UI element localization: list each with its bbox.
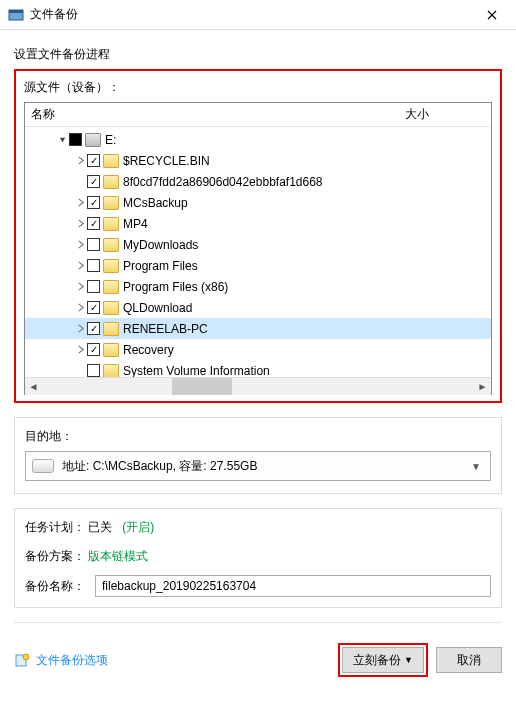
backup-button-label: 立刻备份 xyxy=(353,652,401,669)
tree-item-label: Program Files xyxy=(123,259,198,273)
tree-row[interactable]: Recovery xyxy=(25,339,491,360)
scroll-track[interactable] xyxy=(42,378,474,395)
column-size[interactable]: 大小 xyxy=(401,106,491,123)
caret-down-icon: ▼ xyxy=(404,655,413,665)
checkbox[interactable] xyxy=(87,238,100,251)
chevron-right-icon[interactable] xyxy=(73,343,87,357)
backup-name-label: 备份名称： xyxy=(25,578,95,595)
chevron-down-icon: ▼ xyxy=(468,461,484,472)
checkbox[interactable] xyxy=(87,280,100,293)
tree-row[interactable]: $RECYCLE.BIN xyxy=(25,150,491,171)
titlebar: 文件备份 xyxy=(0,0,516,30)
horizontal-scrollbar[interactable]: ◄ ► xyxy=(25,377,491,394)
tree-header: 名称 大小 xyxy=(25,103,491,127)
tree-root-row[interactable]: E: xyxy=(25,129,491,150)
folder-icon xyxy=(103,259,119,273)
tree-item-label: $RECYCLE.BIN xyxy=(123,154,210,168)
chevron-right-icon[interactable] xyxy=(73,196,87,210)
section-title: 设置文件备份进程 xyxy=(14,46,502,63)
tree-row[interactable]: QLDownload xyxy=(25,297,491,318)
scheme-row: 备份方案： 版本链模式 xyxy=(25,548,491,565)
folder-icon xyxy=(103,322,119,336)
chevron-right-icon[interactable] xyxy=(73,175,87,189)
tree-item-label: QLDownload xyxy=(123,301,192,315)
checkbox[interactable] xyxy=(87,364,100,377)
column-name[interactable]: 名称 xyxy=(25,106,401,123)
drive-icon xyxy=(85,133,101,147)
file-tree: 名称 大小 E: $RECYCLE.BIN8f0cd7fdd2a86906d04… xyxy=(24,102,492,395)
tree-item-label: MP4 xyxy=(123,217,148,231)
disk-icon xyxy=(32,459,54,473)
backup-options-link[interactable]: 文件备份选项 xyxy=(36,652,108,669)
destination-dropdown[interactable]: 地址: C:\MCsBackup, 容量: 27.55GB ▼ xyxy=(25,451,491,481)
scroll-right-arrow[interactable]: ► xyxy=(474,378,491,395)
tree-row[interactable]: Program Files xyxy=(25,255,491,276)
settings-group: 任务计划： 已关 (开启) 备份方案： 版本链模式 备份名称： xyxy=(14,508,502,608)
backup-now-button[interactable]: 立刻备份▼ xyxy=(342,647,424,673)
folder-icon xyxy=(103,343,119,357)
tree-row[interactable]: MP4 xyxy=(25,213,491,234)
scroll-left-arrow[interactable]: ◄ xyxy=(25,378,42,395)
scroll-thumb[interactable] xyxy=(172,378,232,395)
tree-item-label: System Volume Information xyxy=(123,364,270,378)
tree-item-label: MyDownloads xyxy=(123,238,198,252)
backup-button-highlight: 立刻备份▼ xyxy=(338,643,428,677)
chevron-right-icon[interactable] xyxy=(73,280,87,294)
tree-row[interactable]: Program Files (x86) xyxy=(25,276,491,297)
chevron-right-icon[interactable] xyxy=(73,154,87,168)
tree-item-label: RENEELAB-PC xyxy=(123,322,208,336)
schedule-row: 任务计划： 已关 (开启) xyxy=(25,519,491,536)
folder-icon xyxy=(103,196,119,210)
content-area: 设置文件备份进程 源文件（设备）： 名称 大小 E: $RECYCLE.BIN8… xyxy=(0,30,516,633)
tree-item-label: Recovery xyxy=(123,343,174,357)
chevron-right-icon[interactable] xyxy=(73,301,87,315)
folder-icon xyxy=(103,364,119,378)
destination-group: 目的地： 地址: C:\MCsBackup, 容量: 27.55GB ▼ xyxy=(14,417,502,494)
scheme-value-link[interactable]: 版本链模式 xyxy=(88,549,148,563)
source-label: 源文件（设备）： xyxy=(24,79,492,96)
backup-name-input[interactable] xyxy=(95,575,491,597)
checkbox[interactable] xyxy=(87,322,100,335)
chevron-right-icon[interactable] xyxy=(73,217,87,231)
backup-name-row: 备份名称： xyxy=(25,575,491,597)
source-highlight-box: 源文件（设备）： 名称 大小 E: $RECYCLE.BIN8f0cd7fdd2… xyxy=(14,69,502,403)
tree-row[interactable]: MCsBackup xyxy=(25,192,491,213)
chevron-right-icon[interactable] xyxy=(73,322,87,336)
checkbox[interactable] xyxy=(87,259,100,272)
window-title: 文件备份 xyxy=(30,6,472,23)
tree-root-label: E: xyxy=(105,133,116,147)
tree-body[interactable]: E: $RECYCLE.BIN8f0cd7fdd2a86906d042ebbbf… xyxy=(25,127,491,377)
folder-icon xyxy=(103,175,119,189)
folder-icon xyxy=(103,217,119,231)
checkbox[interactable] xyxy=(87,196,100,209)
folder-icon xyxy=(103,154,119,168)
folder-icon xyxy=(103,301,119,315)
checkbox[interactable] xyxy=(87,154,100,167)
tree-row[interactable]: System Volume Information xyxy=(25,360,491,377)
chevron-right-icon[interactable] xyxy=(73,259,87,273)
checkbox[interactable] xyxy=(87,217,100,230)
tree-item-label: Program Files (x86) xyxy=(123,280,228,294)
tree-row[interactable]: RENEELAB-PC xyxy=(25,318,491,339)
chevron-right-icon[interactable] xyxy=(73,238,87,252)
destination-text: 地址: C:\MCsBackup, 容量: 27.55GB xyxy=(62,458,468,475)
checkbox[interactable] xyxy=(87,343,100,356)
folder-icon xyxy=(103,238,119,252)
schedule-toggle-link[interactable]: (开启) xyxy=(122,520,154,534)
cancel-button[interactable]: 取消 xyxy=(436,647,502,673)
chevron-right-icon[interactable] xyxy=(73,364,87,378)
separator xyxy=(14,622,502,623)
tree-row[interactable]: 8f0cd7fdd2a86906d042ebbbfaf1d668 xyxy=(25,171,491,192)
checkbox-root[interactable] xyxy=(69,133,82,146)
close-button[interactable] xyxy=(472,1,512,29)
tree-item-label: 8f0cd7fdd2a86906d042ebbbfaf1d668 xyxy=(123,175,323,189)
checkbox[interactable] xyxy=(87,175,100,188)
checkbox[interactable] xyxy=(87,301,100,314)
tree-row[interactable]: MyDownloads xyxy=(25,234,491,255)
footer: 文件备份选项 立刻备份▼ 取消 xyxy=(0,633,516,689)
app-icon xyxy=(8,7,24,23)
tree-item-label: MCsBackup xyxy=(123,196,188,210)
schedule-label: 任务计划： xyxy=(25,520,85,534)
chevron-down-icon[interactable] xyxy=(55,133,69,147)
svg-point-3 xyxy=(23,654,29,660)
